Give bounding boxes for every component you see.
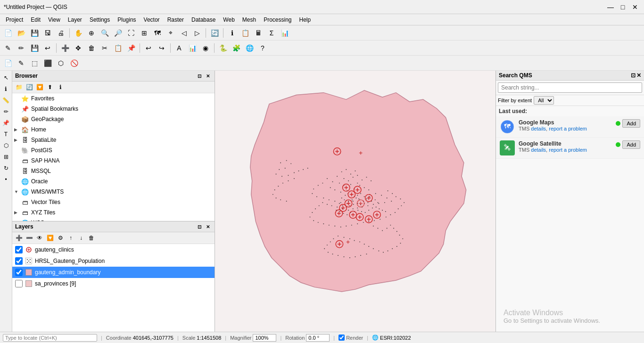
- label-tool[interactable]: T: [1, 129, 11, 139]
- browser-tree-item[interactable]: ▶🏠Home: [12, 124, 215, 135]
- redo-button[interactable]: ↪: [156, 42, 168, 54]
- browser-tree-item[interactable]: 🗃Vector Tiles: [12, 197, 215, 207]
- open-project-button[interactable]: 📂: [15, 27, 27, 39]
- remove-all-button[interactable]: 🗑: [87, 233, 96, 243]
- delete-button[interactable]: 🗑: [85, 42, 98, 54]
- freeform-button[interactable]: ⬡: [55, 57, 67, 69]
- new-project-button[interactable]: 📄: [2, 27, 14, 39]
- move-button[interactable]: ✥: [72, 42, 84, 54]
- save-project-button[interactable]: 💾: [28, 27, 41, 39]
- browser-tree-item[interactable]: 🌐Oracle: [12, 176, 215, 187]
- remove-layer-button[interactable]: ➖: [25, 233, 34, 243]
- info-tool[interactable]: ℹ: [1, 84, 11, 94]
- google-satellite-add-button[interactable]: Add: [622, 140, 640, 149]
- menu-item-mesh[interactable]: Mesh: [239, 16, 260, 24]
- menu-item-view[interactable]: View: [44, 16, 64, 24]
- layer-visibility-checkbox[interactable]: [15, 246, 23, 253]
- browser-close-button[interactable]: ✕: [204, 72, 212, 80]
- point-tool[interactable]: •: [1, 174, 11, 185]
- label-button[interactable]: A: [173, 42, 185, 54]
- print-layout-button[interactable]: 🖨: [55, 27, 67, 39]
- browser-tree-item[interactable]: 🌐WCS: [12, 218, 215, 221]
- magnifier-input[interactable]: [253, 334, 276, 342]
- close-button[interactable]: ✕: [630, 2, 640, 12]
- menu-item-processing[interactable]: Processing: [260, 16, 295, 24]
- undo-button[interactable]: ↩: [142, 42, 155, 54]
- browser-filter-button[interactable]: 🔽: [35, 82, 44, 92]
- browser-tree-item[interactable]: 📦GeoPackage: [12, 114, 215, 124]
- browser-tree-item[interactable]: 🐘PostGIS: [12, 145, 215, 155]
- toggle-layer-button[interactable]: 👁: [35, 233, 44, 243]
- help-button[interactable]: ?: [256, 42, 269, 54]
- filter-layers-button[interactable]: 🔽: [45, 233, 55, 243]
- menu-item-help[interactable]: Help: [296, 16, 315, 24]
- digitize2-button[interactable]: ✎: [15, 57, 27, 69]
- qms-float-button[interactable]: ⊡: [631, 72, 636, 79]
- add-layer-button[interactable]: ➕: [14, 233, 24, 243]
- menu-item-raster[interactable]: Raster: [164, 16, 188, 24]
- layer-item[interactable]: gauteng_admin_boundary: [12, 267, 215, 278]
- cut-button[interactable]: ✂: [99, 42, 111, 54]
- browser-tree-item[interactable]: ⭐Favorites: [12, 93, 215, 104]
- layer-visibility-checkbox[interactable]: [15, 280, 23, 287]
- chart-button[interactable]: 📊: [186, 42, 198, 54]
- statistics-button[interactable]: 📊: [279, 27, 291, 39]
- zoom-full-button[interactable]: ⛶: [125, 27, 137, 39]
- zoom-layer-button[interactable]: 🗺: [151, 27, 164, 39]
- layer-properties-button[interactable]: ⚙: [56, 233, 65, 243]
- pin-tool[interactable]: 📌: [1, 118, 11, 128]
- rotate-tool[interactable]: ↻: [1, 163, 11, 173]
- layer-item[interactable]: HRSL_Gauteng_Population: [12, 255, 215, 267]
- browser-refresh-button[interactable]: 🔄: [25, 82, 34, 92]
- zoom-out-button[interactable]: 🔎: [112, 27, 124, 39]
- python-button[interactable]: 🐍: [217, 42, 229, 54]
- browser-tree-item[interactable]: 📌Spatial Bookmarks: [12, 104, 215, 114]
- google-satellite-details-link[interactable]: details: [531, 147, 546, 153]
- paste-button[interactable]: 📌: [125, 42, 137, 54]
- select-region-button[interactable]: ⬛: [41, 57, 54, 69]
- layer-visibility-checkbox[interactable]: [15, 269, 23, 276]
- google-maps-add-button[interactable]: Add: [622, 119, 640, 128]
- pan-to-selection-button[interactable]: ⊕: [85, 27, 98, 39]
- open-calculator-button[interactable]: 🖩: [252, 27, 264, 39]
- measure-tool[interactable]: 📏: [1, 95, 11, 106]
- layer-visibility-checkbox[interactable]: [15, 257, 23, 265]
- menu-item-settings[interactable]: Settings: [86, 16, 114, 24]
- menu-item-layer[interactable]: Layer: [64, 16, 86, 24]
- deselect-button[interactable]: 🚫: [68, 57, 80, 69]
- browser-float-button[interactable]: ⊡: [196, 72, 203, 80]
- select-button[interactable]: ⬚: [28, 57, 41, 69]
- zoom-last-button[interactable]: ◁: [178, 27, 190, 39]
- qms-search-input[interactable]: [498, 82, 642, 93]
- new-layer-button[interactable]: 📄: [2, 57, 14, 69]
- browser-collapse-button[interactable]: ⬆: [45, 82, 55, 92]
- menu-item-edit[interactable]: Edit: [27, 16, 44, 24]
- cursor-tool[interactable]: ↖: [1, 73, 11, 83]
- google-satellite-report-link[interactable]: report a problem: [549, 147, 587, 153]
- browser-tree-item[interactable]: 🗃SAP HANA: [12, 155, 215, 166]
- menu-item-web[interactable]: Web: [219, 16, 238, 24]
- identify-button[interactable]: ℹ: [226, 27, 238, 39]
- zoom-in-button[interactable]: 🔍: [99, 27, 111, 39]
- diagram-button[interactable]: ◉: [199, 42, 212, 54]
- digitize-button[interactable]: ✎: [2, 42, 14, 54]
- refresh-button[interactable]: 🔄: [208, 27, 221, 39]
- zoom-native-button[interactable]: ⌖: [165, 27, 177, 39]
- menu-item-plugins[interactable]: Plugins: [114, 16, 140, 24]
- edit-button[interactable]: ✏: [15, 42, 27, 54]
- google-maps-report-link[interactable]: report a problem: [549, 126, 587, 131]
- layer-item[interactable]: sa_provinces [9]: [12, 278, 215, 289]
- layer-item[interactable]: gauteng_clinics: [12, 244, 215, 255]
- globe-button[interactable]: 🌐: [243, 42, 256, 54]
- zoom-next-button[interactable]: ▷: [191, 27, 203, 39]
- add-feature-button[interactable]: ➕: [59, 42, 71, 54]
- plugin-button[interactable]: 🧩: [230, 42, 242, 54]
- filter-select[interactable]: All: [534, 96, 554, 105]
- browser-tree-item[interactable]: ▼🌐WMS/WMTS: [12, 187, 215, 197]
- save-as-button[interactable]: 🖫: [41, 27, 54, 39]
- browser-tree-item[interactable]: ▶🗄SpatiaLite: [12, 135, 215, 145]
- qms-close-button[interactable]: ✕: [636, 72, 641, 79]
- browser-add-button[interactable]: 📁: [14, 82, 24, 92]
- locate-input[interactable]: [3, 334, 97, 342]
- attribute-table-button[interactable]: 📋: [239, 27, 251, 39]
